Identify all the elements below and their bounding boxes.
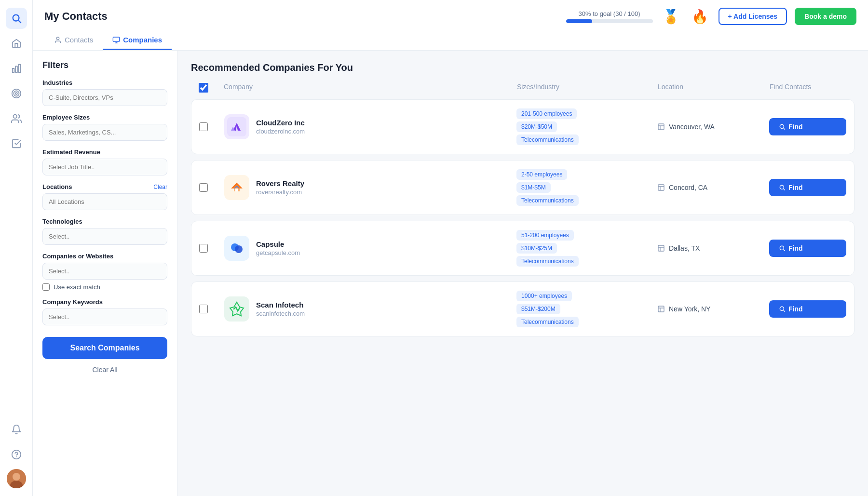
- company-details-rovers: Rovers Realty roversrealty.com: [256, 179, 304, 196]
- tag-revenue-capsule: $10M-$25M: [516, 243, 557, 254]
- industries-input[interactable]: [42, 89, 167, 106]
- location-text-capsule: Dallas, TX: [669, 244, 700, 252]
- svg-line-30: [784, 189, 785, 190]
- filter-group-estimated-revenue: Estimated Revenue: [42, 148, 167, 175]
- sidebar-item-search[interactable]: [6, 8, 27, 29]
- company-info-cloudzero: CloudZero Inc cloudzeroinc.com: [224, 114, 511, 139]
- company-name-cloudzero: CloudZero Inc: [256, 119, 305, 127]
- filter-label-estimated-revenue: Estimated Revenue: [42, 148, 167, 156]
- th-sizes-industry: Sizes/Industry: [517, 83, 652, 94]
- tag-industry-cloudzero: Telecommunications: [516, 134, 579, 145]
- find-button-scan[interactable]: Find: [769, 300, 846, 318]
- employee-sizes-input[interactable]: [42, 124, 167, 141]
- sidebar-item-bell[interactable]: [6, 419, 27, 440]
- svg-point-12: [13, 473, 20, 481]
- building-icon: [657, 244, 665, 252]
- svg-rect-39: [658, 306, 664, 312]
- tab-contacts[interactable]: Contacts: [44, 31, 103, 50]
- find-button-rovers[interactable]: Find: [769, 179, 846, 196]
- row-checkbox-capsule[interactable]: [199, 244, 208, 253]
- tag-industry-capsule: Telecommunications: [516, 256, 579, 267]
- company-domain-rovers: roversrealty.com: [256, 188, 304, 196]
- filter-label-employee-sizes: Employee Sizes: [42, 114, 167, 121]
- company-name-rovers: Rovers Realty: [256, 179, 304, 188]
- find-button-capsule[interactable]: Find: [769, 240, 846, 257]
- sidebar-item-help[interactable]: [6, 444, 27, 465]
- exact-match-checkbox[interactable]: [42, 283, 50, 291]
- tag-employees-rovers: 2-50 employees: [516, 169, 567, 180]
- sidebar-item-checklist[interactable]: [6, 133, 27, 154]
- table-header: Company Sizes/Industry Location Find Con…: [191, 83, 854, 99]
- page-title: My Contacts: [44, 10, 108, 23]
- select-all-cell[interactable]: [199, 83, 218, 94]
- filter-label-locations: Locations Clear: [42, 183, 167, 190]
- svg-rect-28: [658, 185, 664, 190]
- svg-rect-3: [15, 66, 17, 72]
- building-icon: [657, 305, 665, 313]
- th-location: Location: [658, 83, 764, 94]
- fire-icon[interactable]: 🔥: [690, 6, 711, 27]
- book-demo-button[interactable]: Book a demo: [795, 8, 856, 25]
- user-avatar[interactable]: [7, 469, 26, 488]
- search-icon: [779, 184, 786, 191]
- row-checkbox-rovers[interactable]: [199, 183, 208, 192]
- svg-point-6: [14, 91, 19, 96]
- svg-point-14: [56, 37, 59, 40]
- trophy-icon[interactable]: 🏅: [661, 6, 682, 27]
- select-all-checkbox[interactable]: [199, 83, 208, 93]
- svg-line-23: [784, 128, 785, 130]
- sidebar: [0, 0, 33, 496]
- search-icon: [779, 123, 786, 130]
- sidebar-item-people[interactable]: [6, 108, 27, 129]
- find-button-cloudzero[interactable]: Find: [769, 118, 846, 135]
- company-name-scan: Scan Infotech: [256, 301, 305, 309]
- company-domain-capsule: getcapsule.com: [256, 249, 300, 256]
- tag-industry-scan: Telecommunications: [516, 317, 579, 327]
- company-domain-scan: scaninfotech.com: [256, 310, 305, 317]
- tag-revenue-scan: $51M-$200M: [516, 304, 560, 314]
- filter-group-companies-websites: Companies or Websites Use exact match: [42, 253, 167, 291]
- estimated-revenue-input[interactable]: [42, 159, 167, 175]
- locations-input[interactable]: [42, 193, 167, 210]
- search-companies-button[interactable]: Search Companies: [42, 337, 167, 359]
- svg-point-35: [780, 246, 784, 250]
- progress-bar-background: [566, 19, 653, 23]
- svg-rect-15: [113, 37, 120, 41]
- company-logo-cloudzero: [224, 114, 249, 139]
- locations-clear-button[interactable]: Clear: [153, 184, 167, 190]
- svg-point-0: [13, 15, 19, 21]
- row-checkbox-cloudzero[interactable]: [199, 122, 208, 131]
- company-info-capsule: Capsule getcapsule.com: [224, 236, 511, 261]
- row-checkbox-scan[interactable]: [199, 305, 208, 313]
- svg-point-40: [780, 307, 784, 310]
- filter-label-companies-websites: Companies or Websites: [42, 253, 167, 260]
- company-logo-scan: [224, 296, 249, 322]
- location-text-scan: New York, NY: [669, 305, 710, 313]
- technologies-input[interactable]: [42, 228, 167, 245]
- clear-all-button[interactable]: Clear All: [42, 363, 167, 376]
- tags-capsule: 51-200 employees $10M-$25M Telecommunica…: [516, 230, 651, 267]
- sidebar-item-home[interactable]: [6, 33, 27, 54]
- tag-employees-scan: 1000+ employees: [516, 291, 572, 301]
- company-info-rovers: Rovers Realty roversrealty.com: [224, 175, 511, 200]
- tag-employees-cloudzero: 201-500 employees: [516, 108, 577, 119]
- add-licenses-button[interactable]: + Add Licenses: [719, 8, 787, 25]
- sidebar-item-target[interactable]: [6, 83, 27, 104]
- content-area: Filters Industries Employee Sizes Estima…: [33, 51, 868, 496]
- top-header: My Contacts 30% to goal (30 / 100) 🏅 🔥 +…: [33, 0, 868, 51]
- exact-match-row: Use exact match: [42, 283, 167, 291]
- sidebar-item-chart[interactable]: [6, 58, 27, 79]
- tag-revenue-rovers: $1M-$5M: [516, 182, 551, 193]
- companies-websites-input[interactable]: [42, 263, 167, 280]
- location-rovers: Concord, CA: [657, 184, 763, 191]
- companies-list: Recommended Companies For You Company Si…: [177, 51, 868, 496]
- company-name-capsule: Capsule: [256, 240, 300, 248]
- filter-group-technologies: Technologies: [42, 218, 167, 245]
- exact-match-label[interactable]: Use exact match: [54, 283, 100, 291]
- table-row: Rovers Realty roversrealty.com 2-50 empl…: [191, 160, 854, 215]
- filter-group-company-keywords: Company Keywords: [42, 298, 167, 325]
- tabs: Contacts Companies: [44, 31, 856, 50]
- table-row: CloudZero Inc cloudzeroinc.com 201-500 e…: [191, 99, 854, 154]
- tab-companies[interactable]: Companies: [103, 31, 172, 50]
- company-keywords-input[interactable]: [42, 308, 167, 325]
